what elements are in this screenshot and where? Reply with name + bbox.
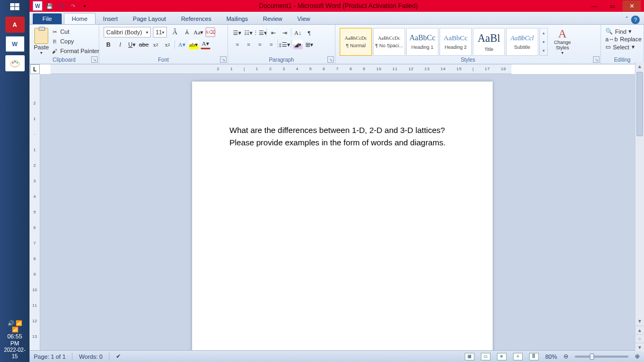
change-styles-button[interactable]: A Change Styles ▾	[550, 27, 575, 56]
subscript-button[interactable]: x2	[151, 40, 160, 49]
borders-button[interactable]: ⊞▾	[304, 40, 314, 49]
tab-mailings[interactable]: Mailings	[219, 13, 255, 24]
align-center-button[interactable]: ≡	[244, 40, 253, 49]
change-case-button[interactable]: Aa▾	[194, 27, 203, 37]
font-size-combo[interactable]: 11▾	[153, 27, 167, 38]
document-text[interactable]: What are the differences between 1-D, 2-…	[230, 124, 455, 149]
bold-button[interactable]: B	[104, 40, 113, 49]
tab-file[interactable]: File	[33, 13, 62, 24]
scroll-up-icon[interactable]: ▲	[635, 62, 644, 71]
bullets-button[interactable]: ☰▾	[232, 28, 242, 38]
format-painter-button[interactable]: 🖌Format Painter	[51, 46, 99, 56]
styles-more-button[interactable]: ▴▾▾	[539, 28, 548, 56]
replace-button[interactable]: a↔bReplace	[605, 36, 639, 42]
shading-button[interactable]: ◢▾	[293, 40, 303, 49]
copy-button[interactable]: ⎘Copy	[51, 36, 99, 46]
zoom-level[interactable]: 80%	[545, 353, 557, 360]
view-full-screen-icon[interactable]: ▭	[481, 353, 491, 360]
clock[interactable]: 06:55 PM	[2, 333, 27, 347]
scroll-down-icon[interactable]: ▼	[635, 317, 644, 326]
clipboard-launcher-icon[interactable]: ↘	[91, 56, 98, 63]
view-outline-icon[interactable]: ≡	[513, 353, 523, 360]
document-viewport[interactable]: What are the differences between 1-D, 2-…	[40, 74, 644, 350]
font-launcher-icon[interactable]: ↘	[220, 56, 226, 63]
tab-selector[interactable]: L	[30, 64, 40, 74]
tab-view[interactable]: View	[290, 13, 318, 24]
font-color-button[interactable]: A▾	[201, 40, 210, 49]
zoom-thumb[interactable]	[590, 353, 594, 360]
styles-launcher-icon[interactable]: ↘	[593, 56, 599, 63]
page[interactable]: What are the differences between 1-D, 2-…	[192, 82, 493, 350]
date[interactable]: 2022-02-15	[2, 347, 27, 360]
vertical-ruler[interactable]: 21·12345678910111213141516	[30, 74, 40, 350]
vertical-scrollbar[interactable]: ▲ ▼ ▲ ○ ▼	[635, 62, 644, 351]
style-heading-1[interactable]: AaBbCcHeading 1	[406, 28, 438, 56]
volume-icon[interactable]: 🔊 📶	[2, 320, 27, 327]
spellcheck-icon[interactable]: ✔	[116, 353, 121, 360]
network-icon[interactable]: 📶	[2, 327, 27, 333]
paste-button[interactable]: Paste ▾	[34, 27, 49, 56]
sort-button[interactable]: A↓	[293, 28, 303, 38]
status-page[interactable]: Page: 1 of 1	[34, 353, 65, 360]
system-tray[interactable]: 🔊 📶 📶 06:55 PM 2022-02-15	[0, 318, 30, 362]
line-spacing-button[interactable]: ‡☰▾	[280, 40, 289, 49]
find-button[interactable]: 🔍Find▾	[605, 28, 639, 35]
taskbar-adobe-icon[interactable]: A	[5, 17, 25, 33]
shrink-font-button[interactable]: Ǎ	[182, 27, 192, 37]
view-draft-icon[interactable]: ≣	[529, 353, 539, 360]
clear-formatting-button[interactable]: A⌫	[206, 27, 215, 37]
grow-font-button[interactable]: Â	[170, 27, 180, 37]
zoom-in-button[interactable]: ⊕	[635, 353, 640, 360]
app-icon[interactable]: W	[33, 1, 42, 11]
decrease-indent-button[interactable]: ⇤	[268, 28, 278, 38]
horizontal-ruler[interactable]: 21|123456789101112131415|1718	[50, 64, 511, 74]
cut-button[interactable]: ✂Cut	[51, 27, 99, 36]
select-button[interactable]: ▭Select▾	[605, 43, 639, 50]
qat-undo-icon[interactable]: ↶▾	[56, 1, 66, 11]
browse-object-icon[interactable]: ○	[635, 334, 644, 343]
tab-insert[interactable]: Insert	[96, 13, 126, 24]
style-title[interactable]: AaBlTitle	[473, 28, 505, 56]
view-web-icon[interactable]: ≋	[497, 353, 507, 360]
qat-save-icon[interactable]: 💾	[45, 1, 54, 11]
tab-references[interactable]: References	[173, 13, 218, 24]
styles-gallery[interactable]: AaBbCcDc¶ Normal AaBbCcDc¶ No Spaci... A…	[340, 27, 548, 57]
minimize-ribbon-icon[interactable]: ˆ	[626, 16, 628, 24]
increase-indent-button[interactable]: ⇥	[280, 28, 289, 38]
style-subtitle[interactable]: AaBbCclSubtitle	[506, 28, 538, 56]
underline-button[interactable]: U▾	[127, 40, 137, 49]
paragraph-launcher-icon[interactable]: ↘	[327, 56, 334, 63]
qat-customize-icon[interactable]: ▾	[80, 1, 90, 11]
next-page-icon[interactable]: ▼	[635, 343, 644, 351]
superscript-button[interactable]: x2	[163, 40, 172, 49]
view-print-layout-icon[interactable]: ▦	[465, 353, 474, 360]
help-icon[interactable]: ?	[631, 16, 640, 24]
align-left-button[interactable]: ≡	[232, 40, 242, 49]
prev-page-icon[interactable]: ▲	[635, 326, 644, 334]
justify-button[interactable]: ≡	[266, 40, 276, 49]
align-right-button[interactable]: ≡	[255, 40, 265, 49]
taskbar-paint-icon[interactable]	[5, 55, 25, 71]
strikethrough-button[interactable]: abe	[139, 40, 149, 49]
qat-redo-icon[interactable]: ↷	[68, 1, 78, 11]
taskbar-word-icon[interactable]: W	[5, 36, 25, 52]
maximize-button[interactable]: ▭	[603, 1, 621, 11]
status-words[interactable]: Words: 0	[79, 353, 103, 360]
start-button[interactable]	[4, 2, 26, 12]
tab-page-layout[interactable]: Page Layout	[126, 13, 174, 24]
zoom-slider[interactable]	[575, 356, 628, 358]
style-no-spacing[interactable]: AaBbCcDc¶ No Spaci...	[373, 28, 405, 56]
multilevel-button[interactable]: ⋮☰▾	[255, 28, 265, 38]
font-name-combo[interactable]: Calibri (Body)▾	[104, 27, 151, 38]
text-effects-button[interactable]: A▾	[177, 40, 187, 49]
tab-review[interactable]: Review	[255, 13, 290, 24]
close-button[interactable]: ✕	[623, 1, 641, 11]
scroll-thumb[interactable]	[636, 72, 643, 136]
show-marks-button[interactable]: ¶	[304, 28, 314, 38]
italic-button[interactable]: I	[115, 40, 125, 49]
style-heading-2[interactable]: AaBbCcHeading 2	[440, 28, 472, 56]
style-normal[interactable]: AaBbCcDc¶ Normal	[340, 28, 372, 56]
highlight-button[interactable]: ab▾	[189, 40, 199, 49]
tab-home[interactable]: Home	[64, 13, 96, 24]
minimize-button[interactable]: —	[585, 1, 603, 11]
